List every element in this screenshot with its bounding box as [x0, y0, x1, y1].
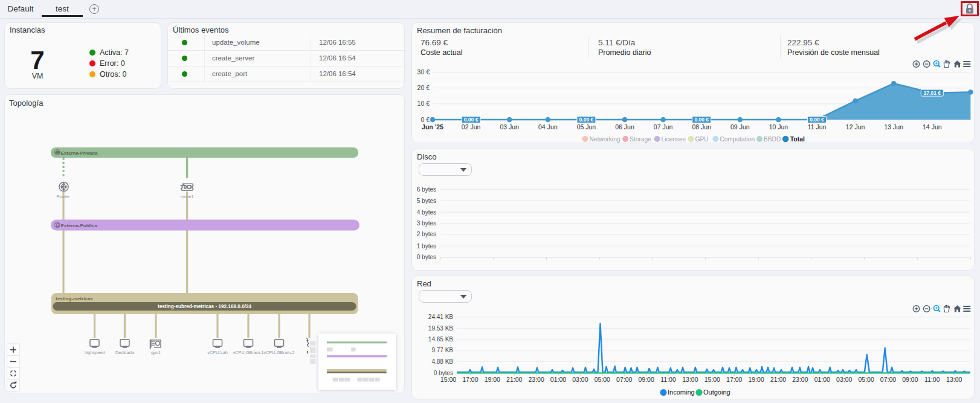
- svg-text:07 Jun: 07 Jun: [654, 123, 673, 131]
- svg-text:vCPU-GBram-1: vCPU-GBram-1: [233, 350, 263, 355]
- svg-text:03:00: 03:00: [836, 376, 852, 383]
- svg-text:Externa-Privada: Externa-Privada: [61, 150, 98, 156]
- svg-text:13:00: 13:00: [682, 376, 698, 383]
- svg-text:testing-metricas: testing-metricas: [56, 296, 93, 301]
- svg-text:05 Jun: 05 Jun: [577, 123, 596, 131]
- svg-text:05:00: 05:00: [858, 376, 874, 383]
- svg-text:08 Jun: 08 Jun: [692, 123, 711, 131]
- svg-text:Incoming: Incoming: [668, 388, 695, 396]
- svg-text:30 €: 30 €: [417, 68, 430, 76]
- svg-text:19:00: 19:00: [485, 376, 500, 383]
- svg-text:03:00: 03:00: [572, 376, 588, 383]
- svg-text:21:00: 21:00: [770, 376, 786, 383]
- svg-text:Externa-Publica: Externa-Publica: [61, 223, 98, 228]
- svg-text:04 Jun: 04 Jun: [538, 123, 558, 131]
- svg-text:0 €: 0 €: [421, 116, 430, 123]
- svg-text:02 Jun: 02 Jun: [462, 123, 481, 131]
- svg-text:vCPU-GBram-2: vCPU-GBram-2: [263, 350, 294, 355]
- svg-text:vCPU-Lab: vCPU-Lab: [207, 350, 228, 355]
- svg-text:Computation: Computation: [720, 136, 755, 143]
- svg-text:09 Jun: 09 Jun: [730, 123, 750, 131]
- svg-text:Networking: Networking: [590, 136, 621, 143]
- svg-text:11 Jun: 11 Jun: [808, 123, 827, 131]
- svg-text:05:00: 05:00: [595, 376, 610, 383]
- svg-text:17.01 €: 17.01 €: [924, 90, 941, 96]
- svg-text:4 bytes: 4 bytes: [417, 209, 436, 216]
- svg-text:9.77 KB: 9.77 KB: [431, 347, 453, 353]
- svg-text:09:00: 09:00: [902, 376, 918, 383]
- svg-text:Dedicada: Dedicada: [115, 350, 135, 355]
- svg-text:03 Jun: 03 Jun: [500, 123, 519, 131]
- svg-text:19:00: 19:00: [748, 376, 764, 383]
- svg-text:0.00 €: 0.00 €: [464, 117, 479, 123]
- svg-text:0.00 €: 0.00 €: [694, 117, 709, 123]
- svg-text:20 €: 20 €: [417, 84, 430, 91]
- svg-text:06 Jun: 06 Jun: [615, 123, 634, 131]
- svg-text:10 €: 10 €: [417, 100, 430, 107]
- svg-text:17:00: 17:00: [726, 376, 742, 383]
- svg-text:11:00: 11:00: [660, 376, 676, 383]
- svg-text:Router: Router: [57, 194, 70, 199]
- svg-text:23:00: 23:00: [528, 376, 544, 383]
- svg-text:17:00: 17:00: [462, 376, 478, 383]
- svg-text:14 Jun: 14 Jun: [923, 123, 942, 131]
- svg-text:15:00: 15:00: [704, 376, 720, 383]
- svg-text:01:00: 01:00: [814, 376, 830, 383]
- svg-text:19.53 KB: 19.53 KB: [428, 325, 453, 332]
- svg-text:4.88 KB: 4.88 KB: [431, 358, 453, 365]
- svg-text:gpu1: gpu1: [151, 350, 161, 355]
- svg-text:highspeed: highspeed: [85, 350, 105, 355]
- svg-text:10 Jun: 10 Jun: [769, 123, 788, 131]
- svg-text:24.41 KB: 24.41 KB: [428, 314, 453, 320]
- svg-text:07:00: 07:00: [616, 376, 632, 383]
- svg-text:13 Jun: 13 Jun: [884, 123, 903, 131]
- svg-text:2 bytes: 2 bytes: [417, 231, 436, 237]
- svg-text:07:00: 07:00: [880, 376, 896, 383]
- svg-text:nvme1: nvme1: [181, 194, 194, 199]
- svg-text:01:00: 01:00: [550, 376, 566, 383]
- svg-text:5 bytes: 5 bytes: [417, 198, 436, 204]
- svg-text:1 bytes: 1 bytes: [417, 243, 436, 250]
- svg-text:BBDD: BBDD: [764, 136, 781, 143]
- svg-text:0 bytes: 0 bytes: [417, 254, 436, 260]
- svg-text:3 bytes: 3 bytes: [417, 220, 436, 227]
- svg-text:GPU: GPU: [695, 136, 709, 143]
- svg-text:Jun '25: Jun '25: [422, 123, 443, 131]
- svg-text:0.00 €: 0.00 €: [579, 117, 594, 123]
- svg-text:Licenses: Licenses: [662, 136, 686, 143]
- svg-text:09:00: 09:00: [638, 376, 654, 383]
- svg-text:0.00 €: 0.00 €: [810, 117, 824, 123]
- svg-text:Total: Total: [790, 135, 805, 143]
- svg-text:11:00: 11:00: [924, 376, 940, 383]
- svg-text:21:00: 21:00: [506, 376, 522, 383]
- svg-text:testing-subred-metricas - 192.: testing-subred-metricas - 192.168.0.0/24: [158, 304, 252, 309]
- svg-text:15:00: 15:00: [440, 376, 456, 383]
- svg-text:13:00: 13:00: [946, 376, 962, 383]
- svg-text:23:00: 23:00: [792, 376, 808, 383]
- svg-text:6 bytes: 6 bytes: [417, 186, 436, 193]
- svg-text:Outgoing: Outgoing: [703, 388, 730, 396]
- svg-text:14.65 KB: 14.65 KB: [428, 336, 453, 343]
- svg-text:12 Jun: 12 Jun: [846, 123, 865, 131]
- svg-text:Storage: Storage: [630, 136, 651, 143]
